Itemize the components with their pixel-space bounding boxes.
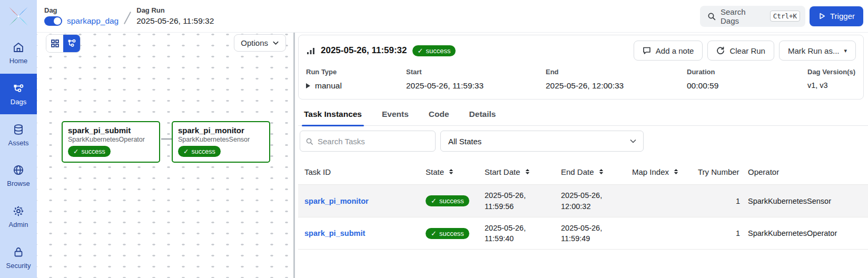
detail-tabs: Task Instances Events Code Details [298, 104, 868, 126]
breadcrumb: Dag sparkapp_dag Dag Run 2025-05-26, 11:… [44, 6, 214, 26]
sort-icon [524, 168, 531, 175]
search-dags-placeholder: Search Dags [721, 7, 765, 25]
start-date-cell: 2025-05-26, 11:59:40 [485, 223, 561, 244]
search-icon [305, 137, 313, 145]
end-date-cell: 2025-05-26, 11:59:49 [561, 223, 632, 244]
end-field: End2025-05-26, 12:00:33 [546, 67, 687, 91]
view-toggle-group [46, 34, 81, 53]
dag-name-link[interactable]: sparkapp_dag [67, 16, 119, 26]
assets-icon [12, 123, 25, 136]
clear-run-button[interactable]: Clear Run [707, 41, 774, 61]
dag-pause-toggle[interactable] [44, 16, 62, 26]
bar-chart-icon [306, 46, 315, 55]
run-type-field: Run Type manual [306, 67, 406, 91]
tab-task-instances[interactable]: Task Instances [303, 104, 363, 125]
sidebar-item-admin[interactable]: Admin [0, 196, 37, 237]
col-try-number: Try Number [698, 167, 748, 176]
task-node-spark-pi-monitor[interactable]: spark_pi_monitor SparkKubernetesSensor ✓… [172, 121, 270, 163]
sidebar-nav: Home Dags Assets [0, 33, 37, 278]
check-icon: ✓ [431, 197, 437, 205]
security-icon [12, 246, 25, 259]
breadcrumb-separator [124, 12, 131, 24]
play-icon [818, 12, 826, 20]
chevron-down-icon [629, 137, 637, 145]
node-title: spark_pi_monitor [178, 126, 264, 135]
sidebar-item-home[interactable]: Home [0, 33, 37, 74]
sidebar-item-browse[interactable]: Browse [0, 155, 37, 196]
graph-view-icon [67, 39, 76, 48]
col-start-date[interactable]: Start Date [485, 167, 561, 176]
end-date-cell: 2025-05-26, 12:00:32 [561, 190, 632, 212]
tab-details[interactable]: Details [468, 104, 497, 125]
search-icon [707, 12, 716, 21]
search-tasks-input[interactable] [318, 137, 430, 146]
dag-graph-panel: Options spark_pi_submit SparkKubernetesO… [37, 33, 293, 278]
graph-view-button[interactable] [63, 35, 80, 52]
status-badge: ✓success [426, 228, 469, 239]
state-filter-value: All States [448, 137, 481, 146]
top-bar: Dag sparkapp_dag Dag Run 2025-05-26, 11:… [0, 0, 868, 33]
col-task-id: Task ID [304, 167, 426, 176]
sidebar-item-assets[interactable]: Assets [0, 114, 37, 155]
try-number-cell: 1 [698, 229, 748, 237]
grid-view-icon [51, 39, 60, 48]
status-badge: ✓success [68, 146, 111, 157]
run-status-badge: ✓success [412, 45, 456, 56]
table-row[interactable]: spark_pi_submit ✓success 2025-05-26, 11:… [298, 217, 868, 250]
sort-icon [673, 168, 679, 175]
table-header-row: Task ID State Start Date End Date Map In… [298, 159, 868, 184]
check-icon: ✓ [73, 147, 78, 155]
home-icon [12, 41, 25, 54]
search-dags-box[interactable]: Search Dags Ctrl+K [700, 6, 805, 27]
sidebar-item-security[interactable]: Security [0, 237, 37, 278]
refresh-icon [716, 46, 725, 55]
airflow-logo[interactable] [0, 0, 37, 33]
operator-cell: SparkKubernetesSensor [748, 197, 868, 205]
search-shortcut-kbd: Ctrl+K [770, 11, 800, 22]
task-id-link[interactable]: spark_pi_submit [304, 229, 365, 237]
task-id-link[interactable]: spark_pi_monitor [304, 197, 369, 205]
status-badge: ✓success [178, 146, 221, 157]
search-tasks-box [300, 131, 436, 152]
graph-edge [161, 138, 172, 140]
add-note-button[interactable]: Add a note [634, 41, 703, 61]
browse-icon [12, 164, 25, 176]
task-node-spark-pi-submit[interactable]: spark_pi_submit SparkKubernetesOperator … [62, 121, 160, 163]
try-number-cell: 1 [698, 197, 748, 205]
task-filters: All States [298, 131, 868, 152]
dag-label: Dag [44, 6, 119, 14]
col-map-index[interactable]: Map Index [632, 167, 698, 176]
dag-run-value: 2025-05-26, 11:59:32 [136, 16, 214, 26]
airflow-pinwheel-icon [7, 5, 29, 27]
sidebar-item-dags[interactable]: Dags [0, 74, 37, 115]
operator-cell: SparkKubernetesOperator [748, 229, 868, 237]
note-icon [643, 46, 651, 55]
chevron-down-icon [272, 39, 279, 46]
task-instances-table: Task ID State Start Date End Date Map In… [298, 159, 868, 250]
table-row[interactable]: spark_pi_monitor ✓success 2025-05-26, 11… [298, 184, 868, 217]
check-icon: ✓ [431, 230, 437, 237]
mark-run-as-button[interactable]: Mark Run as... ▾ [779, 41, 856, 61]
sort-icon [448, 168, 455, 175]
dag-versions-field: Dag Version(s)v1, v3 [807, 67, 856, 91]
caret-down-icon: ▾ [844, 47, 847, 54]
state-filter-select[interactable]: All States [440, 131, 644, 152]
duration-field: Duration00:00:59 [687, 67, 772, 91]
tab-events[interactable]: Events [381, 104, 410, 125]
airflow-app: Dag sparkapp_dag Dag Run 2025-05-26, 11:… [0, 0, 868, 278]
start-field: Start2025-05-26, 11:59:33 [406, 67, 546, 91]
trigger-button[interactable]: Trigger [810, 6, 863, 26]
run-details-panel: 2025-05-26, 11:59:32 ✓success Add a note [295, 33, 868, 278]
dag-run-label: Dag Run [136, 6, 214, 14]
col-end-date[interactable]: End Date [561, 167, 632, 176]
breadcrumb-dag: Dag sparkapp_dag [44, 6, 119, 26]
tab-code[interactable]: Code [428, 104, 450, 125]
col-state[interactable]: State [426, 167, 485, 176]
run-info-grid: Run Type manual Start2025-05-26, 11:59:3… [306, 67, 856, 91]
options-button[interactable]: Options [234, 34, 286, 52]
admin-icon [12, 205, 25, 217]
expand-arrow-icon[interactable] [306, 83, 310, 88]
grid-view-button[interactable] [46, 35, 63, 52]
check-icon: ✓ [418, 47, 423, 55]
start-date-cell: 2025-05-26, 11:59:56 [485, 190, 561, 212]
